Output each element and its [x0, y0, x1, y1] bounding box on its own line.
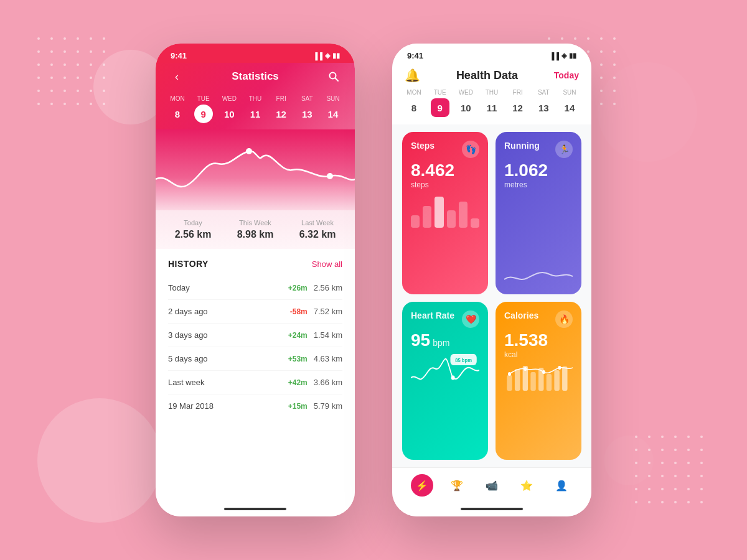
camera-icon: 📹: [481, 474, 503, 497]
health-title: Health Data: [456, 69, 518, 82]
status-bar-2: 9:41 ▐▐◈▮▮: [392, 44, 591, 63]
history-date-5: Last week: [168, 378, 205, 387]
cal-thu[interactable]: THU 11: [246, 95, 265, 123]
home-indicator-1: [156, 502, 355, 516]
statistics-title: Statistics: [232, 70, 279, 83]
calendar-1: MON 8 TUE 9 WED 10 THU 11 FRI 12 SAT 13: [168, 93, 342, 129]
history-item-4: 5 days ago +53m 4.63 km: [168, 347, 342, 371]
nav-camera[interactable]: 📹: [481, 474, 503, 497]
svg-line-1: [336, 78, 339, 82]
cal2-wed[interactable]: WED 10: [456, 89, 475, 117]
history-dist-5: 3.66 km: [314, 378, 342, 387]
steps-value: 8.462: [411, 162, 479, 179]
cal2-sun[interactable]: SUN 14: [560, 89, 579, 117]
heart-icon: ❤️: [462, 310, 479, 328]
history-delta-4: +53m: [288, 355, 308, 363]
running-label: Running: [504, 141, 540, 151]
bottom-nav: ⚡ 🏆 📹 ⭐ 👤: [392, 467, 591, 502]
history-delta-6: +15m: [288, 402, 308, 411]
cal-sun[interactable]: SUN 14: [324, 95, 342, 123]
history-date-1: Today: [168, 283, 190, 292]
history-dist-1: 2.56 km: [314, 283, 342, 292]
running-chart: [504, 193, 573, 286]
history-section: HISTORY Show all Today +26m 2.56 km 2 da…: [156, 249, 355, 502]
history-item-5: Last week +42m 3.66 km: [168, 371, 342, 394]
history-item-3: 3 days ago +24m 1.54 km: [168, 324, 342, 347]
home-indicator-2: [392, 502, 591, 516]
svg-rect-13: [554, 370, 559, 391]
calories-icon: 🔥: [555, 310, 573, 328]
history-delta-1: +26m: [288, 284, 308, 292]
search-button[interactable]: [325, 68, 342, 85]
svg-point-17: [542, 370, 545, 374]
statistics-chart: [156, 129, 355, 210]
heart-rate-card[interactable]: Heart Rate ❤️ 95 bpm 85 bpm: [402, 302, 488, 460]
cal2-tue[interactable]: TUE 9: [431, 89, 449, 117]
statistics-header: ‹ Statistics MON 8 TUE 9 WED 10: [156, 63, 355, 129]
history-date-6: 19 Mar 2018: [168, 401, 214, 411]
history-item-2: 2 days ago -58m 7.52 km: [168, 300, 342, 324]
calories-value: 1.538: [504, 332, 573, 349]
stat-today-value: 2.56 km: [175, 229, 212, 240]
status-bar-1: 9:41 ▐▐◈▮▮: [156, 44, 355, 63]
cal2-thu[interactable]: THU 11: [482, 89, 501, 117]
nav-trophy[interactable]: 🏆: [446, 474, 468, 497]
heart-bpm-label: bpm: [433, 338, 449, 348]
calories-chart: [504, 363, 573, 451]
heart-chart: 85 bpm: [411, 353, 479, 451]
cal-fri[interactable]: FRI 12: [272, 95, 291, 123]
svg-rect-14: [562, 366, 567, 391]
status-icons-2: ▐▐◈▮▮: [549, 52, 576, 60]
trophy-icon: 🏆: [446, 474, 468, 497]
history-title: HISTORY: [168, 259, 209, 269]
steps-chart: [411, 197, 479, 228]
svg-point-2: [246, 148, 252, 154]
svg-text:85 bpm: 85 bpm: [455, 357, 472, 363]
cal2-fri[interactable]: FRI 12: [509, 89, 527, 117]
bell-icon[interactable]: 🔔: [405, 68, 420, 83]
running-card[interactable]: Running 🏃 1.062 metres: [496, 132, 581, 294]
heart-label: Heart Rate: [411, 310, 454, 320]
history-date-2: 2 days ago: [168, 307, 208, 316]
nav-activity[interactable]: ⚡: [411, 474, 433, 497]
steps-icon: 👣: [462, 141, 479, 158]
show-all-button[interactable]: Show all: [312, 259, 342, 269]
nav-star[interactable]: ⭐: [515, 474, 538, 497]
svg-rect-10: [530, 372, 535, 391]
history-dist-4: 4.63 km: [314, 354, 342, 363]
activity-icon: ⚡: [411, 474, 433, 497]
svg-point-18: [558, 366, 561, 370]
calories-card[interactable]: Calories 🔥 1.538 kcal: [496, 302, 581, 460]
calories-label: Calories: [504, 310, 538, 320]
cal-tue[interactable]: TUE 9: [194, 95, 213, 123]
statistics-nav: ‹ Statistics: [168, 68, 342, 85]
history-dist-3: 1.54 km: [314, 330, 342, 340]
stats-summary: Today 2.56 km This Week 8.98 km Last Wee…: [156, 210, 355, 249]
steps-card[interactable]: Steps 👣 8.462 steps: [402, 132, 488, 294]
stat-today-label: Today: [175, 219, 212, 226]
svg-rect-8: [515, 369, 520, 391]
history-delta-2: -58m: [290, 307, 308, 316]
status-icons-1: ▐▐◈▮▮: [312, 52, 340, 60]
nav-profile[interactable]: 👤: [550, 474, 573, 497]
back-button[interactable]: ‹: [168, 68, 186, 85]
cards-grid: Steps 👣 8.462 steps Running 🏃 1.062 me: [392, 124, 591, 467]
svg-point-3: [327, 173, 333, 179]
heart-value: 95: [411, 332, 430, 349]
steps-unit: steps: [411, 180, 479, 189]
cal-wed[interactable]: WED 10: [220, 95, 238, 123]
calories-unit: kcal: [504, 350, 573, 359]
cal2-sat[interactable]: SAT 13: [534, 89, 553, 117]
today-button[interactable]: Today: [554, 70, 579, 80]
svg-point-6: [451, 376, 455, 380]
stat-today: Today 2.56 km: [175, 219, 212, 240]
health-nav: 🔔 Health Data Today: [405, 68, 579, 89]
stat-lastweek-label: Last Week: [299, 219, 336, 226]
cal-sat[interactable]: SAT 13: [298, 95, 316, 123]
steps-label: Steps: [411, 141, 435, 151]
phone-health-data: 9:41 ▐▐◈▮▮ 🔔 Health Data Today MON 8 TUE…: [392, 44, 591, 516]
cal-mon[interactable]: MON 8: [168, 95, 187, 123]
svg-rect-7: [507, 375, 512, 391]
time-2: 9:41: [407, 51, 423, 60]
cal2-mon[interactable]: MON 8: [405, 89, 423, 117]
